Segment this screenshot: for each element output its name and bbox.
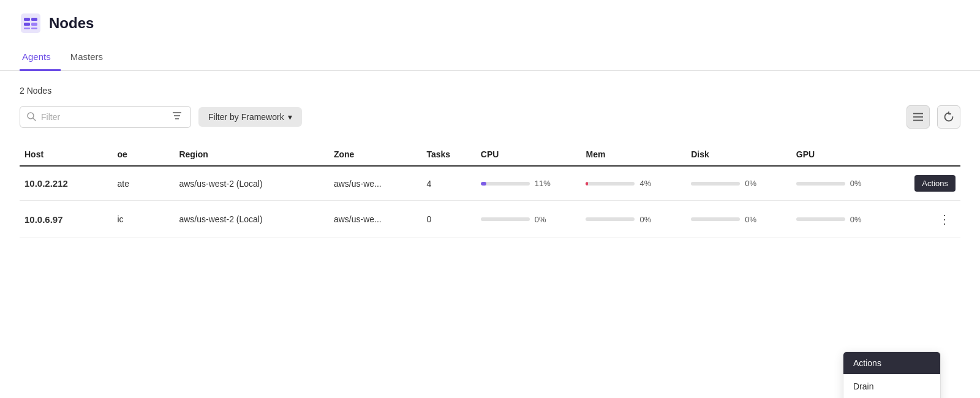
svg-rect-2: [31, 18, 37, 21]
cell-mem: 0%: [581, 201, 686, 238]
col-header-type: oe: [112, 143, 174, 166]
col-header-region: Region: [174, 143, 328, 166]
nodes-icon: [20, 12, 42, 34]
svg-rect-3: [24, 23, 30, 26]
cell-actions: Actions: [897, 166, 960, 201]
actions-popup-title: Actions: [843, 352, 940, 374]
search-input[interactable]: [41, 112, 165, 122]
cell-disk: 0%: [686, 166, 791, 201]
col-header-mem: Mem: [581, 143, 686, 166]
cell-region: aws/us-west-2 (Local): [174, 166, 328, 201]
svg-rect-0: [21, 13, 40, 33]
refresh-button[interactable]: [937, 105, 960, 129]
tab-agents[interactable]: Agents: [20, 47, 61, 71]
cell-gpu: 0%: [791, 201, 897, 238]
svg-rect-4: [31, 23, 37, 26]
page-header: Nodes: [0, 0, 980, 34]
chevron-down-icon: ▾: [288, 112, 292, 122]
col-header-host: Host: [20, 143, 112, 166]
filter-by-framework-button[interactable]: Filter by Framework ▾: [198, 107, 302, 127]
actions-label: Actions: [914, 175, 956, 192]
nodes-count: 2 Nodes: [20, 86, 960, 96]
cell-host: 10.0.2.212: [20, 166, 112, 201]
svg-line-8: [33, 118, 36, 121]
cell-type: ic: [112, 201, 174, 238]
cell-zone: aws/us-we...: [329, 201, 421, 238]
nodes-table: Host oe Region Zone Tasks CPU Mem Disk G…: [20, 143, 960, 238]
toolbar: Filter by Framework ▾: [20, 105, 960, 129]
col-header-actions: [897, 143, 960, 166]
cell-tasks: 0: [421, 201, 475, 238]
svg-rect-5: [24, 28, 30, 29]
tabs-container: Agents Masters: [0, 37, 980, 71]
cell-host: 10.0.6.97: [20, 201, 112, 238]
col-header-zone: Zone: [329, 143, 421, 166]
actions-popup: Actions Drain Deactivate: [843, 351, 941, 398]
cell-cpu: 11%: [476, 166, 581, 201]
tab-masters[interactable]: Masters: [61, 47, 113, 71]
filter-lines-button[interactable]: [170, 110, 184, 124]
col-header-cpu: CPU: [476, 143, 581, 166]
cell-actions: ⋮: [897, 201, 960, 238]
cell-region: aws/us-west-2 (Local): [174, 201, 328, 238]
cell-gpu: 0%: [791, 166, 897, 201]
table-row: 10.0.2.212 ate aws/us-west-2 (Local) aws…: [20, 166, 960, 201]
cell-zone: aws/us-we...: [329, 166, 421, 201]
cell-mem: 4%: [581, 166, 686, 201]
action-drain[interactable]: Drain: [843, 374, 940, 398]
cell-cpu: 0%: [476, 201, 581, 238]
cell-disk: 0%: [686, 201, 791, 238]
cell-type: ate: [112, 166, 174, 201]
search-icon: [26, 111, 36, 123]
page-title: Nodes: [49, 15, 94, 32]
svg-rect-6: [31, 28, 37, 29]
framework-btn-label: Filter by Framework: [208, 112, 284, 122]
content-area: 2 Nodes Filter by Framework ▾: [0, 71, 980, 253]
table-header-row: Host oe Region Zone Tasks CPU Mem Disk G…: [20, 143, 960, 166]
col-header-disk: Disk: [686, 143, 791, 166]
row-actions-button[interactable]: ⋮: [933, 209, 956, 229]
cell-tasks: 4: [421, 166, 475, 201]
col-header-gpu: GPU: [791, 143, 897, 166]
col-header-tasks: Tasks: [421, 143, 475, 166]
table-row: 10.0.6.97 ic aws/us-west-2 (Local) aws/u…: [20, 201, 960, 238]
nodes-table-container: Host oe Region Zone Tasks CPU Mem Disk G…: [20, 143, 960, 238]
search-box: [20, 106, 191, 128]
list-view-button[interactable]: [907, 105, 930, 129]
svg-rect-1: [24, 18, 30, 21]
